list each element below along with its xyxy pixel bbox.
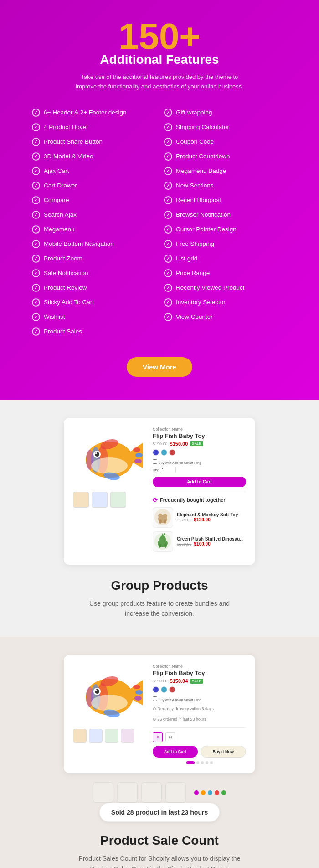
- sale-color-dot[interactable]: [194, 790, 199, 795]
- sale-product-thumb[interactable]: [141, 782, 162, 803]
- feature-label: Sale Notification: [44, 270, 88, 276]
- features-number: 150+: [14, 18, 305, 55]
- feature-item: 3D Model & Video: [27, 149, 160, 164]
- fish-toy-illustration: [75, 427, 144, 486]
- feature-label: Recently Viewed Product: [176, 284, 245, 291]
- svg-point-34: [95, 689, 99, 694]
- feature-item: Shipping Calculator: [160, 120, 292, 135]
- check-icon: [32, 138, 40, 146]
- product-title: Flip Fish Baby Toy: [153, 432, 246, 439]
- feature-label: Free Shipping: [176, 240, 214, 247]
- feature-item: Free Shipping: [160, 237, 292, 251]
- add-to-cart-sale-button[interactable]: Add to Cart: [153, 746, 198, 758]
- dot[interactable]: [206, 761, 208, 764]
- color-swatch[interactable]: [169, 449, 175, 456]
- color-swatch[interactable]: [161, 449, 167, 456]
- dot[interactable]: [210, 761, 213, 764]
- features-grid: 6+ Header & 2+ Footer design 4 Product H…: [27, 105, 292, 339]
- check-icon: [164, 167, 172, 175]
- svg-point-16: [158, 514, 163, 518]
- size-option[interactable]: M: [165, 732, 175, 742]
- sale-color-dot[interactable]: [208, 790, 212, 795]
- feature-label: Cursor Pointer Design: [176, 226, 237, 233]
- sale-option-checkbox[interactable]: [153, 696, 157, 701]
- sale-thumbnail[interactable]: [105, 729, 118, 743]
- bundle-price-old: $179.00: [177, 518, 192, 522]
- buy-now-button[interactable]: Buy it Now: [201, 746, 247, 758]
- sale-thumbnail[interactable]: [73, 729, 87, 743]
- bundle-price-new: $100.00: [194, 541, 211, 546]
- feature-item: Product Zoom: [27, 251, 160, 266]
- check-icon: [32, 225, 40, 234]
- option-checkbox[interactable]: [153, 459, 157, 464]
- check-icon: [164, 152, 172, 161]
- feature-label: Compare: [44, 197, 69, 203]
- feature-label: List grid: [176, 255, 197, 262]
- features-col1: 6+ Header & 2+ Footer design 4 Product H…: [27, 105, 160, 339]
- thumbnail[interactable]: [92, 492, 108, 508]
- feature-label: 4 Product Hover: [44, 124, 88, 130]
- thumbnail[interactable]: [110, 492, 126, 508]
- sale-product-thumb[interactable]: [93, 782, 113, 803]
- sale-color-dot[interactable]: [215, 790, 219, 795]
- sale-color-dot[interactable]: [201, 790, 206, 795]
- view-more-button[interactable]: View More: [127, 357, 192, 377]
- color-swatch[interactable]: [161, 686, 167, 693]
- add-to-cart-button[interactable]: Add to Cart: [153, 477, 246, 487]
- check-icon: [164, 269, 172, 277]
- svg-point-17: [163, 514, 167, 518]
- thumbnail[interactable]: [73, 492, 89, 508]
- features-col2: Gift wrapping Shipping Calculator Coupon…: [160, 105, 292, 339]
- check-icon: [164, 196, 172, 204]
- feature-item: Gift wrapping: [160, 105, 292, 120]
- feature-item: Cursor Pointer Design: [160, 222, 292, 237]
- color-swatches: [153, 449, 246, 456]
- sale-thumbnail[interactable]: [89, 729, 103, 743]
- feature-item: 4 Product Hover: [27, 120, 160, 135]
- color-swatch[interactable]: [153, 449, 159, 456]
- sale-product-thumb[interactable]: [165, 782, 186, 803]
- sale-product-thumb[interactable]: [117, 782, 138, 803]
- color-swatch[interactable]: [169, 686, 175, 693]
- dot[interactable]: [201, 761, 204, 764]
- check-icon: [32, 313, 40, 321]
- sale-product-image-area: [73, 664, 146, 743]
- price-row: $190.00 $150.00 SALE: [153, 441, 246, 447]
- sale-collection: Collection Name: [153, 664, 246, 669]
- sale-thumbnails: [73, 729, 146, 743]
- size-options: S M: [153, 732, 246, 742]
- dinosaur-toy-icon: [153, 532, 173, 551]
- group-products-title: Group Products: [9, 578, 310, 593]
- check-icon: [32, 182, 40, 190]
- dot-active[interactable]: [186, 761, 195, 764]
- quantity-input[interactable]: [160, 467, 176, 473]
- size-option[interactable]: S: [153, 732, 163, 742]
- sale-thumbnails-row: [9, 782, 310, 803]
- feature-label: Product Review: [44, 284, 87, 291]
- dot[interactable]: [196, 761, 199, 764]
- color-swatch[interactable]: [153, 686, 159, 693]
- quantity-row: Qty:: [153, 467, 246, 473]
- feature-label: Recent Blogpost: [176, 197, 221, 203]
- price-new: $150.00: [170, 441, 188, 447]
- feature-item: Search Ajax: [27, 208, 160, 222]
- fish-toy-sale-illustration: [75, 664, 144, 723]
- bundle-price-old: $160.00: [177, 542, 192, 546]
- check-icon: [164, 313, 172, 321]
- sale-color-dot[interactable]: [221, 790, 226, 795]
- sale-dot-row: [194, 782, 226, 803]
- check-icon: [164, 225, 172, 234]
- feature-item: Ajax Cart: [27, 164, 160, 178]
- bundle-info: Elephant & Monkey Soft Toy $179.00 $129.…: [177, 512, 246, 522]
- sale-color-swatches: [153, 686, 246, 693]
- sale-count-title: Product Sale Count: [9, 833, 310, 848]
- bundle-prices: $179.00 $129.00: [177, 517, 246, 522]
- check-icon: [32, 196, 40, 204]
- sale-thumbnail[interactable]: [121, 729, 134, 743]
- feature-item: Mobile Bottom Navigation: [27, 237, 160, 251]
- svg-point-5: [91, 457, 128, 474]
- check-icon: [164, 182, 172, 190]
- product-image-area: [73, 427, 146, 508]
- cart-buttons: Add to Cart Buy it Now: [153, 746, 246, 758]
- sale-detail-row: ⊙ Next day delivery within 3 days: [153, 704, 246, 712]
